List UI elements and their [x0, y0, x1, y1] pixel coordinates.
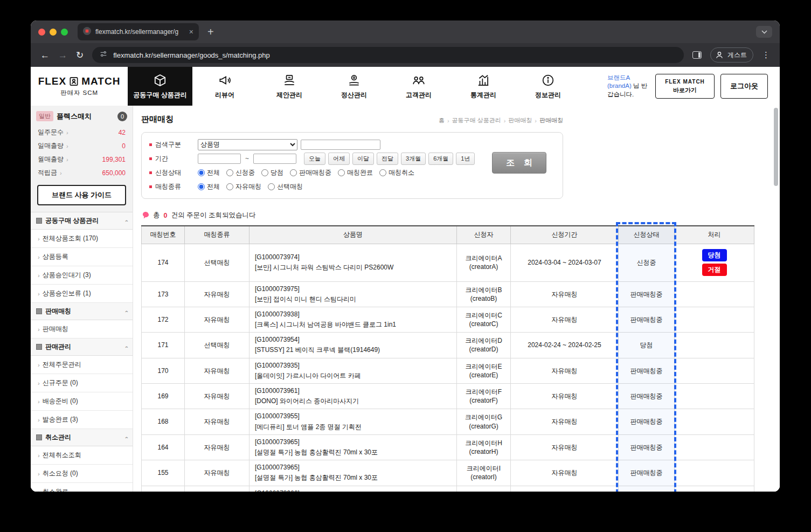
table-row[interactable]: 169 자유매칭 [G1000073961] [DONO] 와이어리스 종아리마… — [142, 384, 754, 409]
sidebar-menu-item[interactable]: › 전체상품조회 (170) — [31, 230, 133, 248]
tab-close-icon[interactable]: × — [189, 28, 193, 36]
win-button[interactable]: 당첨 — [702, 249, 727, 261]
item-arrow-icon: › — [38, 291, 40, 297]
sidebar-section-header[interactable]: 판매매칭 › — [31, 303, 133, 320]
sidebar-menu-item[interactable]: › 신규주문 (0) — [31, 374, 133, 392]
radio-option[interactable]: 매칭취소 — [379, 168, 414, 177]
radio-input[interactable] — [198, 169, 205, 176]
sidebar-stat-row[interactable]: 월매출량 › 199,301 — [31, 153, 133, 166]
logo-text-right: MATCH — [81, 75, 120, 87]
table-row[interactable]: 171 선택매칭 [G1000073954] [STUSSY] 21 베이직 크… — [142, 333, 754, 358]
side-panel-icon[interactable] — [692, 51, 702, 59]
radio-input[interactable] — [226, 169, 233, 176]
table-row[interactable]: 164 자유매칭 [G1000073965] [설명절 특가] 농협 홍삼활력진… — [142, 434, 754, 460]
search-field-select[interactable]: 상품명 — [198, 139, 297, 150]
breadcrumb-item[interactable]: 판매매칭 — [508, 116, 532, 125]
chevron-right-icon: › — [66, 156, 68, 163]
zoom-window-button[interactable] — [61, 29, 68, 36]
browser-menu-icon[interactable]: ⋮ — [762, 50, 770, 60]
table-row[interactable]: 168 자유매칭 [G1000073955] [메디퓨리] 토너 앰플 2종 명… — [142, 409, 754, 434]
table-row[interactable]: 172 자유매칭 [G1000073938] [크록스] 시그니처 남여공용 바… — [142, 307, 754, 332]
table-row[interactable]: 155 자유매칭 [G1000073965] [설명절 특가] 농협 홍삼활력진… — [142, 460, 754, 486]
radio-option[interactable]: 판매매칭중 — [290, 168, 331, 177]
radio-option[interactable]: 신청중 — [226, 168, 255, 177]
logout-button[interactable]: 로그아웃 — [720, 74, 768, 99]
reload-icon[interactable]: ↻ — [76, 51, 84, 60]
sidebar-section-header[interactable]: 판매관리 › — [31, 338, 133, 356]
radio-input[interactable] — [198, 183, 205, 190]
site-settings-icon[interactable] — [99, 50, 108, 60]
minimize-window-button[interactable] — [50, 29, 57, 36]
period-quick-button[interactable]: 오늘 — [304, 153, 325, 165]
sidebar-section-header[interactable]: 취소관리 › — [31, 429, 133, 446]
forward-icon[interactable]: → — [58, 51, 67, 60]
radio-input[interactable] — [268, 183, 275, 190]
radio-input[interactable] — [338, 169, 345, 176]
nav-item[interactable]: 정보관리 — [516, 67, 580, 106]
sidebar-menu-item[interactable]: › 전체취소조회 — [31, 446, 133, 465]
period-start-input[interactable] — [198, 154, 241, 164]
breadcrumb-item[interactable]: 판매매칭 — [539, 116, 563, 125]
sidebar-menu-item[interactable]: › 상품승인보류 (1) — [31, 285, 133, 303]
sidebar-menu-item[interactable]: › 취소요청 (0) — [31, 465, 133, 483]
stat-value: 0 — [122, 142, 126, 150]
back-icon[interactable]: ← — [40, 51, 50, 60]
radio-option[interactable]: 당첨 — [261, 168, 283, 177]
sidebar-stat-row[interactable]: 일주문수 › 42 — [31, 126, 133, 139]
breadcrumb-item[interactable]: 공동구매 상품관리 — [452, 116, 501, 125]
breadcrumb-item[interactable]: 홈 — [439, 116, 445, 125]
radio-input[interactable] — [379, 169, 386, 176]
radio-option[interactable]: 매칭완료 — [338, 168, 373, 177]
sidebar-menu-item[interactable]: › 취소완료 — [31, 483, 133, 492]
sidebar-menu-item[interactable]: › 판매매칭 — [31, 320, 133, 338]
sidebar-menu-item[interactable]: › 배송준비 (0) — [31, 392, 133, 411]
nav-item[interactable]: 제안관리 — [257, 67, 322, 106]
address-bar[interactable]: flexmatch.kr/sellermanager/goods_s/match… — [92, 47, 684, 63]
radio-input[interactable] — [226, 183, 233, 190]
tab-search-chevron-icon[interactable] — [756, 26, 772, 38]
radio-option[interactable]: 전체 — [198, 168, 220, 177]
table-row[interactable]: 173 자유매칭 [G1000073975] [보만] 접이식 미니 핸디 스팀… — [142, 281, 754, 307]
period-quick-button[interactable]: 이달 — [352, 153, 374, 165]
sidebar-section-header[interactable]: 공동구매 상품관리 › — [31, 212, 133, 230]
table-row[interactable]: 174 선택매칭 [G1000073974] [보만] 시그니처 파워 스팀박스… — [142, 244, 754, 281]
sidebar-stat-row[interactable]: 적립금 › 650,000 — [31, 166, 133, 179]
new-tab-button[interactable]: + — [207, 26, 214, 37]
tab-title: flexmatch.kr/sellermanager/g — [95, 28, 185, 36]
reject-button[interactable]: 거절 — [702, 264, 727, 276]
search-submit-button[interactable]: 조 회 — [492, 152, 546, 174]
nav-item[interactable]: 리뷰어 — [192, 67, 257, 106]
nav-item[interactable]: 고객관리 — [386, 67, 451, 106]
product-code: [G1000073961] — [255, 386, 453, 396]
logo[interactable]: FLEX MATCH 판매자 SCM — [31, 67, 128, 106]
nav-item[interactable]: 통계관리 — [451, 67, 516, 106]
radio-input[interactable] — [290, 169, 297, 176]
sidebar-menu-item[interactable]: › 상품등록 — [31, 248, 133, 266]
search-keyword-input[interactable] — [301, 140, 380, 150]
sidebar-menu-item[interactable]: › 상품승인대기 (3) — [31, 266, 133, 285]
period-quick-button[interactable]: 1년 — [456, 153, 475, 165]
radio-option[interactable]: 자유매칭 — [226, 182, 261, 191]
period-quick-button[interactable]: 전달 — [377, 153, 398, 165]
brand-guide-button[interactable]: 브랜드 사용 가이드 — [37, 185, 126, 205]
nav-item[interactable]: 공동구매 상품관리 — [128, 67, 192, 106]
flexmatch-shortcut-button[interactable]: FLEX MATCH 바로가기 — [655, 74, 715, 99]
cell-actions — [675, 434, 754, 460]
radio-option[interactable]: 선택매칭 — [268, 182, 303, 191]
page-scrollbar-thumb[interactable] — [774, 108, 778, 186]
period-quick-button[interactable]: 6개월 — [428, 153, 453, 165]
sidebar-menu-item[interactable]: › 발송완료 (3) — [31, 411, 133, 429]
browser-profile-button[interactable]: 게스트 — [710, 47, 753, 63]
sidebar-stat-row[interactable]: 일매출량 › 0 — [31, 139, 133, 153]
sidebar-menu-item[interactable]: › 전체주문관리 — [31, 356, 133, 374]
period-quick-button[interactable]: 3개월 — [401, 153, 426, 165]
browser-tab[interactable]: flexmatch.kr/sellermanager/g × — [78, 23, 199, 40]
period-quick-button[interactable]: 어제 — [328, 153, 350, 165]
table-row[interactable]: 154 자유매칭 [G1000073966] [설명절 특가] 데일리홍삼정스틱… — [142, 486, 754, 492]
radio-input[interactable] — [261, 169, 268, 176]
close-window-button[interactable] — [38, 29, 45, 36]
nav-item[interactable]: 정산관리 — [322, 67, 386, 106]
radio-option[interactable]: 전체 — [198, 182, 220, 191]
period-end-input[interactable] — [253, 154, 296, 164]
table-row[interactable]: 170 자유매칭 [G1000073935] [올데이잇] 가르시니아 다이어트… — [142, 358, 754, 383]
